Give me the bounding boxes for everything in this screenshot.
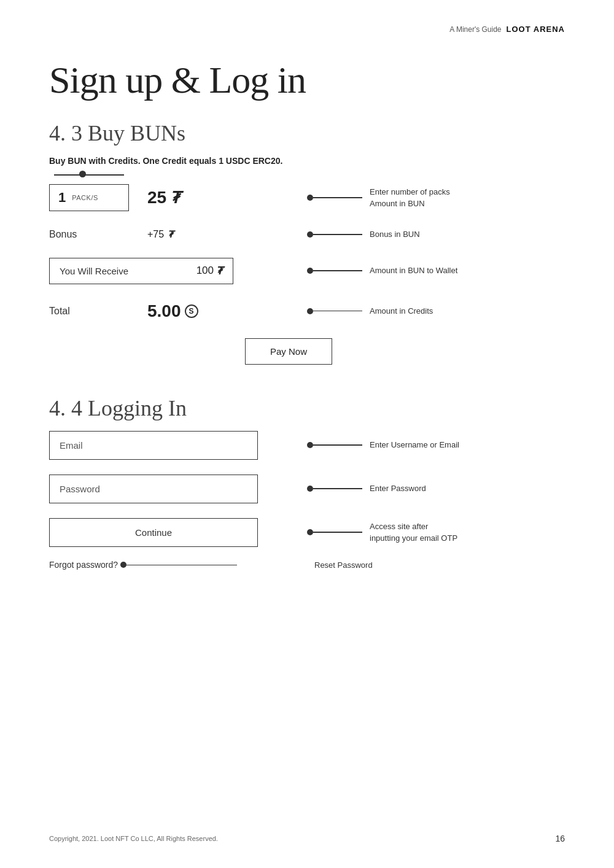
bonus-dot: [307, 231, 313, 238]
page: A Miner's Guide LOOT ARENA Sign up & Log…: [0, 0, 614, 868]
continue-annotation-area: Access site after inputting your email O…: [307, 521, 565, 544]
receive-box: You Will Receive 100 ₮: [49, 258, 233, 284]
forgot-annotation-area: Reset Password: [307, 559, 565, 572]
receive-line: [313, 270, 362, 271]
receive-label: You Will Receive: [60, 266, 128, 276]
bonus-annotation: Bonus in BUN: [370, 228, 420, 241]
pack-box-wrapper: 1 PACK/S: [49, 184, 129, 211]
password-annotation-area: Enter Password: [307, 482, 565, 495]
bonus-left: Bonus +75 ₮: [49, 229, 307, 240]
total-line: [313, 311, 362, 312]
bonus-annotation-area: Bonus in BUN: [307, 228, 565, 241]
amount-display: 25 ₮: [147, 188, 181, 207]
continue-annotation: Access site after inputting your email O…: [370, 521, 457, 544]
pack-number: 1: [58, 190, 66, 206]
bonus-value: +75: [147, 229, 164, 240]
email-annotation-area: Enter Username or Email: [307, 439, 565, 451]
pay-btn-row: Pay Now: [12, 338, 565, 365]
total-annotation: Amount in Credits: [370, 305, 433, 317]
email-placeholder: Email: [60, 440, 83, 451]
password-annotation: Enter Password: [370, 482, 426, 495]
email-left: Email: [49, 431, 307, 460]
total-dot: [307, 308, 313, 314]
credits-icon: S: [185, 304, 198, 318]
password-left: Password: [49, 475, 307, 503]
guide-label: A Miner's Guide: [449, 25, 501, 34]
bonus-symbol: ₮: [168, 229, 174, 240]
receive-annotation-area: Amount in BUN to Wallet: [307, 265, 565, 277]
continue-line: [313, 532, 362, 533]
bonus-line: [313, 234, 362, 235]
logo: LOOT ARENA: [507, 25, 565, 34]
receive-dot: [307, 268, 313, 274]
footer: Copyright, 2021. Loot NFT Co LLC, All Ri…: [49, 834, 565, 843]
bonus-label: Bonus: [49, 229, 147, 240]
page-title: Sign up & Log in: [49, 58, 565, 102]
pack-amount-left: 1 PACK/S 25 ₮: [49, 184, 307, 211]
slider-track: [54, 174, 124, 176]
forgot-row: Forgot password? Reset Password: [49, 559, 565, 572]
continue-label: Continue: [135, 527, 172, 538]
amount-annotation: Enter number of packs Amount in BUN: [370, 186, 450, 210]
footer-copyright: Copyright, 2021. Loot NFT Co LLC, All Ri…: [49, 835, 218, 842]
continue-dot: [307, 529, 313, 535]
amount-dot: [307, 195, 313, 201]
total-label: Total: [49, 306, 147, 317]
total-row: Total 5.00 S Amount in Credits: [49, 301, 565, 321]
email-line: [313, 444, 362, 446]
amount-line: [313, 197, 362, 198]
buy-buns-section: 4. 3 Buy BUNs Buy BUN with Credits. One …: [49, 120, 565, 365]
receive-annotation: Amount in BUN to Wallet: [370, 265, 457, 277]
pay-now-button[interactable]: Pay Now: [245, 338, 332, 365]
password-placeholder: Password: [60, 484, 100, 494]
forgot-label[interactable]: Forgot password?: [49, 560, 118, 570]
password-row: Password Enter Password: [49, 475, 565, 503]
password-field[interactable]: Password: [49, 475, 258, 503]
receive-symbol: ₮: [216, 265, 223, 277]
forgot-annotation: Reset Password: [314, 559, 373, 572]
total-left: Total 5.00 S: [49, 301, 307, 321]
continue-button[interactable]: Continue: [49, 518, 258, 547]
email-field[interactable]: Email: [49, 431, 258, 460]
continue-left: Continue: [49, 518, 307, 547]
amount-annotation-area: Enter number of packs Amount in BUN: [307, 186, 565, 210]
forgot-left: Forgot password?: [49, 560, 307, 570]
receive-value: 100: [196, 265, 214, 277]
footer-page-number: 16: [555, 834, 565, 843]
pack-box[interactable]: 1 PACK/S: [49, 184, 129, 211]
total-value: 5.00: [147, 301, 181, 321]
amount-value: 25: [147, 188, 166, 207]
forgot-line-inline: [126, 565, 237, 566]
amount-symbol: ₮: [170, 188, 181, 207]
email-row: Email Enter Username or Email: [49, 431, 565, 460]
bonus-row: Bonus +75 ₮ Bonus in BUN: [49, 228, 565, 241]
continue-row: Continue Access site after inputting you…: [49, 518, 565, 547]
total-annotation-area: Amount in Credits: [307, 305, 565, 317]
receive-row: You Will Receive 100 ₮ Amount in BUN to …: [49, 258, 565, 284]
header: A Miner's Guide LOOT ARENA: [49, 25, 565, 34]
login-heading: 4. 4 Logging In: [49, 395, 565, 421]
forgot-connector-inline: [120, 562, 237, 568]
email-dot: [307, 442, 313, 448]
total-display: 5.00 S: [147, 301, 198, 321]
slider-thumb: [79, 171, 86, 177]
pack-label: PACK/S: [72, 194, 98, 201]
email-annotation: Enter Username or Email: [370, 439, 459, 451]
bonus-display: +75 ₮: [147, 229, 174, 240]
buy-buns-description: Buy BUN with Credits. One Credit equals …: [49, 156, 565, 166]
receive-left: You Will Receive 100 ₮: [49, 258, 307, 284]
forgot-dot: [120, 562, 126, 568]
login-section: 4. 4 Logging In Email Enter Username or …: [49, 395, 565, 572]
password-dot: [307, 486, 313, 492]
password-line: [313, 488, 362, 489]
pack-amount-row: 1 PACK/S 25 ₮ Enter number of packs Amou…: [49, 184, 565, 211]
buy-buns-heading: 4. 3 Buy BUNs: [49, 120, 565, 146]
